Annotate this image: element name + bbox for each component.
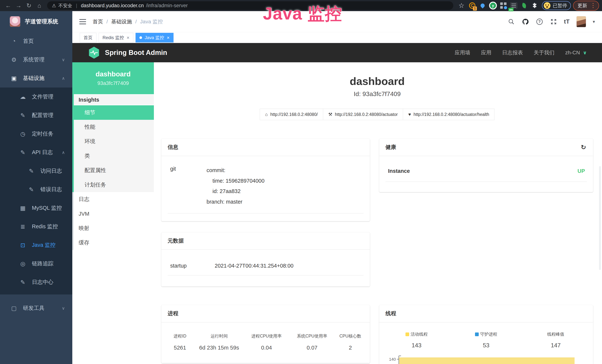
sba-item-classes[interactable]: 类 xyxy=(72,149,154,163)
sidebar-item-mysql[interactable]: ▦MySQL 监控 xyxy=(0,199,72,217)
github-icon[interactable] xyxy=(522,18,529,25)
browser-back-icon[interactable]: ← xyxy=(3,2,13,9)
extension-grid-icon[interactable] xyxy=(499,1,508,10)
sba-item-loggers[interactable]: 日志 xyxy=(72,192,154,207)
sidebar-item-dev-tools[interactable]: ▢ 研发工具 ∨ xyxy=(0,299,72,317)
kebab-menu-icon[interactable]: ⋮ xyxy=(590,3,596,8)
screen: ← → ↻ ⌂ ⚠ 不安全 | dashboard.yudao.iocoder.… xyxy=(0,0,602,364)
tab-home[interactable]: 首页 xyxy=(80,33,97,43)
chevron-down-icon: ∨ xyxy=(62,306,65,311)
sba-item-metrics[interactable]: 性能 xyxy=(72,120,154,134)
sidebar-item-log-center[interactable]: ✎日志中心 xyxy=(0,273,72,291)
search-icon[interactable] xyxy=(508,18,515,25)
legend-swatch-yellow xyxy=(406,332,409,336)
link-actuator-url[interactable]: ⚒ http://192.168.0.2:48080/actuator xyxy=(323,109,403,120)
app-logo[interactable]: 芋道管理系统 xyxy=(0,11,72,32)
sidebar-item-trace[interactable]: ◎链路追踪 xyxy=(0,254,72,273)
close-icon[interactable]: × xyxy=(167,35,170,40)
gauge-icon: ◔ xyxy=(10,38,17,44)
sba-nav-about[interactable]: 关于我们 xyxy=(534,49,555,56)
table-row: Instance UP xyxy=(386,168,587,182)
sidebar-scroll-strip[interactable] xyxy=(72,192,74,250)
browser-home-icon[interactable]: ⌂ xyxy=(34,2,44,9)
sba-brand[interactable]: Spring Boot Admin xyxy=(105,49,167,57)
browser-forward-icon[interactable]: → xyxy=(13,2,24,9)
card-header: 信息 xyxy=(161,139,370,156)
url-path[interactable]: /infra/admin-server xyxy=(146,3,188,9)
extensions-puzzle-icon[interactable] xyxy=(530,1,539,10)
breadcrumb-current: Java 监控 xyxy=(140,18,163,25)
sidebar-item-config[interactable]: ✎配置管理 xyxy=(0,106,72,125)
sidebar-item-redis[interactable]: ≣Redis 监控 xyxy=(0,217,72,236)
url-host[interactable]: dashboard.yudao.iocoder.cn xyxy=(81,3,144,9)
clock-icon: ◷ xyxy=(19,130,26,137)
wrench-icon: ⚒ xyxy=(328,112,333,117)
sba-item-config-props[interactable]: 配置属性 xyxy=(72,163,154,178)
chrome-update-button[interactable]: 更新 ⋮ xyxy=(573,1,599,11)
table-row: startup 2021-04-27T00:44:31.254+08:00 xyxy=(168,263,364,275)
address-bar[interactable]: ⚠ 不安全 | dashboard.yudao.iocoder.cn/infra… xyxy=(47,1,453,10)
sidebar-item-infra[interactable]: ▣ 基础设施 ∧ xyxy=(0,69,72,87)
legend-value: 143 xyxy=(382,342,451,349)
fullscreen-icon[interactable] xyxy=(550,18,557,25)
col-label: 进程ID xyxy=(165,333,194,339)
content-scrollbar[interactable] xyxy=(599,166,601,270)
legend-live: 活动线程 143 xyxy=(382,331,451,349)
extension-colorpicker-icon[interactable]: C 1 xyxy=(468,1,476,10)
threads-card: 线程 活动线程 143 守护进程 53 xyxy=(379,305,593,364)
sba-nav-journal[interactable]: 日志报表 xyxy=(502,49,523,56)
browser-reload-icon[interactable]: ↻ xyxy=(24,2,34,9)
sba-item-scheduled[interactable]: 计划任务 xyxy=(72,178,154,192)
bookmark-star-icon[interactable]: ☆ xyxy=(459,2,464,10)
hamburger-icon[interactable] xyxy=(79,19,86,24)
close-icon[interactable]: × xyxy=(127,35,129,40)
sidebar-item-file[interactable]: ☁文件管理 xyxy=(0,87,72,106)
chevron-up-icon: ∧ xyxy=(62,150,65,155)
extension-pin-icon[interactable] xyxy=(478,1,487,10)
sidebar-item-label: Redis 监控 xyxy=(32,223,65,230)
extension-badge: 1 xyxy=(473,7,477,11)
monitor-icon: ▣ xyxy=(10,75,17,82)
extension-on-icon[interactable]: on xyxy=(509,1,518,10)
security-label[interactable]: 不安全 xyxy=(58,3,72,9)
help-icon[interactable]: ? xyxy=(536,18,543,25)
sba-item-details[interactable]: 细节 xyxy=(72,105,154,120)
breadcrumb-infra[interactable]: 基础设施 xyxy=(111,18,132,25)
sidebar-item-job[interactable]: ◷定时任务 xyxy=(0,125,72,143)
breadcrumb-home[interactable]: 首页 xyxy=(93,18,103,25)
sba-locale-select[interactable]: zh-CN ∨ xyxy=(565,50,587,56)
tags-view: 首页 Redis 监控× Java 监控× xyxy=(72,32,602,43)
sidebar-item-java[interactable]: ⊡Java 监控 xyxy=(0,236,72,254)
text-size-icon[interactable]: tT xyxy=(564,18,570,25)
sba-item-mappings[interactable]: 映射 xyxy=(72,221,154,236)
sba-item-environment[interactable]: 环境 xyxy=(72,134,154,149)
sidebar-item-label: 定时任务 xyxy=(32,130,65,138)
sidebar-item-access-log[interactable]: ✎访问日志 xyxy=(0,162,72,180)
sidebar-item-api-log[interactable]: ✎API 日志∧ xyxy=(0,143,72,162)
sidebar-item-system[interactable]: ⚙ 系统管理 ∨ xyxy=(0,50,72,69)
sidebar-item-home[interactable]: ◔ 首页 xyxy=(0,32,72,50)
sba-nav-applications[interactable]: 应用 xyxy=(481,49,492,56)
sba-item-jvm[interactable]: JVM xyxy=(72,207,154,221)
extension-sprout-icon[interactable] xyxy=(520,1,528,10)
table-row: git commit: time: 1596289704000 id: 27aa… xyxy=(168,165,364,214)
sba-app-block[interactable]: dashboard 93a3fc7f7409 xyxy=(72,62,154,94)
user-avatar[interactable] xyxy=(576,16,586,27)
sidebar-item-error-log[interactable]: ✎错误日志 xyxy=(0,180,72,199)
tab-redis[interactable]: Redis 监控× xyxy=(99,33,133,43)
sba-nav-wall[interactable]: 应用墙 xyxy=(455,49,470,56)
link-service-url[interactable]: ⌂ http://192.168.0.2:48080/ xyxy=(260,109,323,120)
link-health-url[interactable]: ♥ http://192.168.0.2:48080/actuator/heal… xyxy=(403,109,494,120)
history-icon[interactable]: ↺ xyxy=(580,144,587,150)
caret-down-icon[interactable]: ▾ xyxy=(593,19,595,24)
paused-label: 已暂停 xyxy=(553,2,567,9)
profile-paused-chip[interactable]: 已暂停 xyxy=(542,1,571,10)
tab-label: Redis 监控 xyxy=(103,35,124,41)
card-title: 健康 xyxy=(386,143,396,151)
sidebar-accent-strip xyxy=(72,62,74,192)
sba-main: dashboard Id: 93a3fc7f7409 ⌂ http://192.… xyxy=(154,62,602,364)
sba-item-caches[interactable]: 缓存 xyxy=(72,236,154,250)
sidebar-item-label: API 日志 xyxy=(32,149,56,156)
tab-java[interactable]: Java 监控× xyxy=(136,33,173,43)
extension-y-icon[interactable]: y xyxy=(489,1,497,10)
